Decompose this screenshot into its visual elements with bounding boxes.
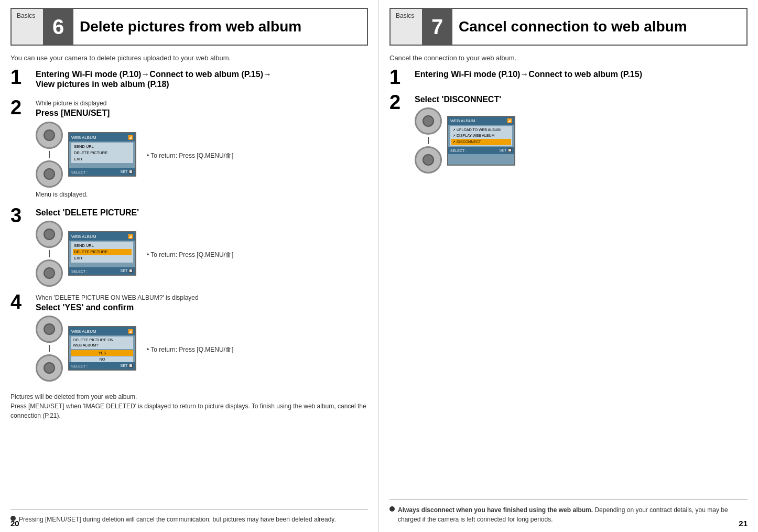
screen3-menu: SEND URL DELETE PICTURE EXIT xyxy=(71,242,133,262)
right-bottom: Always disconnect when you have finished… xyxy=(389,500,748,524)
screen3-bottom: SELECT : SET 🔲 xyxy=(69,267,135,275)
confirm-screen: WEB ALBUM 📶 DELETE PICTURE ONWEB ALBUM? … xyxy=(68,326,136,371)
screen2-menu: SEND URL DELETE PICTURE EXIT xyxy=(71,143,133,163)
right-header: Basics 7 Cancel connection to web album xyxy=(389,8,748,46)
right-bottom-note-bold: Always disconnect when you have finished… xyxy=(398,506,593,514)
step-3-bold: Select 'DELETE PICTURE' xyxy=(36,208,368,218)
disconnect-item: ↗ DISCONNECT xyxy=(451,139,511,145)
after-steps-text: Pictures will be deleted from your web a… xyxy=(10,392,368,420)
disconnect-screen: WEB ALBUM 📶 ↗ UPLOAD TO WEB ALBUM ↗ DISP… xyxy=(447,116,515,166)
step-1-number: 1 xyxy=(10,67,31,87)
right-step-2-number: 2 xyxy=(389,92,410,112)
step-2-content: While picture is displayed Press [MENU/S… xyxy=(36,100,368,200)
right-dial-bottom xyxy=(415,146,442,173)
dial4-bottom xyxy=(36,354,63,382)
right-basics-label: Basics xyxy=(391,9,422,45)
step2-note: To return: Press [Q.MENU/🗑] xyxy=(142,150,233,159)
left-intro: You can use your camera to delete pictur… xyxy=(10,54,368,62)
step-4-number: 4 xyxy=(10,292,31,312)
menu-exit: EXIT xyxy=(73,156,132,162)
menu3-delete-picture: DELETE PICTURE xyxy=(73,249,132,255)
left-step-3: 3 Select 'DELETE PICTURE' WEB ALBUM 📶 SE… xyxy=(10,208,368,287)
dial3-bottom xyxy=(36,259,63,287)
right-page: Basics 7 Cancel connection to web album … xyxy=(379,0,758,532)
step-3-images: WEB ALBUM 📶 SEND URL DELETE PICTURE EXIT… xyxy=(36,221,368,287)
screen-step2: WEB ALBUM 📶 SEND URL DELETE PICTURE EXIT… xyxy=(68,132,136,177)
step-2-images: WEB ALBUM 📶 SEND URL DELETE PICTURE EXIT… xyxy=(36,122,368,188)
step-2-number: 2 xyxy=(10,97,31,117)
left-step-2: 2 While picture is displayed Press [MENU… xyxy=(10,100,368,200)
screen-step3: WEB ALBUM 📶 SEND URL DELETE PICTURE EXIT… xyxy=(68,231,136,276)
confirm-text: DELETE PICTURE ONWEB ALBUM? xyxy=(71,336,133,349)
right-bottom-note-text: Always disconnect when you have finished… xyxy=(398,505,748,524)
confirm-top: WEB ALBUM 📶 xyxy=(69,327,135,335)
display-item: ↗ DISPLAY WEB ALBUM xyxy=(451,133,511,139)
upload-item: ↗ UPLOAD TO WEB ALBUM xyxy=(451,127,511,133)
step-1-content: Entering Wi-Fi mode (P.10)→Connect to we… xyxy=(36,69,368,92)
right-step-1-number: 1 xyxy=(389,67,410,87)
disconnect-top: WEB ALBUM 📶 xyxy=(448,117,514,125)
step-1-label: Entering Wi-Fi mode (P.10)→Connect to we… xyxy=(36,69,368,89)
menu3-exit: EXIT xyxy=(73,255,132,262)
screen3-top: WEB ALBUM 📶 xyxy=(69,232,135,241)
confirm-no: NO xyxy=(71,356,133,362)
dial-bottom xyxy=(36,160,63,188)
step-3-content: Select 'DELETE PICTURE' WEB ALBUM 📶 SEND… xyxy=(36,208,368,287)
left-header: Basics 6 Delete pictures from web album xyxy=(10,8,368,46)
menu3-send-url: SEND URL xyxy=(73,243,132,249)
right-section-title: Cancel connection to web album xyxy=(452,9,746,45)
screen2-bottom: SELECT : SET 🔲 xyxy=(69,168,135,176)
right-step-2-bold: Select 'DISCONNECT' xyxy=(415,94,748,104)
screen2-top: WEB ALBUM 📶 xyxy=(69,133,135,142)
right-bottom-note: Always disconnect when you have finished… xyxy=(389,505,748,524)
right-bullet-icon xyxy=(389,506,395,512)
left-page-number: 20 xyxy=(10,519,19,528)
dial4-top xyxy=(36,316,63,343)
left-section-title: Delete pictures from web album xyxy=(73,9,367,45)
step-2-dials xyxy=(36,122,63,188)
step-3-dials xyxy=(36,221,63,287)
menu-delete-picture: DELETE PICTURE xyxy=(73,150,132,156)
step-4-small: When 'DELETE PICTURE ON WEB ALBUM?' is d… xyxy=(36,294,368,301)
left-bottom-note-text: Pressing [MENU/SET] during deletion will… xyxy=(19,515,336,524)
step4-note: To return: Press [Q.MENU/🗑] xyxy=(142,344,233,353)
right-step-2: 2 Select 'DISCONNECT' WEB ALBUM 📶 ↗ UPLO… xyxy=(389,94,748,173)
confirm-yes: YES xyxy=(71,350,133,356)
left-section-number: 6 xyxy=(43,9,73,45)
menu-send-url: SEND URL xyxy=(73,144,132,150)
dial-top xyxy=(36,122,63,149)
right-step-2-content: Select 'DISCONNECT' WEB ALBUM 📶 ↗ UPLOAD… xyxy=(415,94,748,173)
disconnect-bottom: SELECT : SET 🔲 xyxy=(448,147,514,154)
step-4-images: WEB ALBUM 📶 DELETE PICTURE ONWEB ALBUM? … xyxy=(36,316,368,382)
step-4-bold: Select 'YES' and confirm xyxy=(36,302,368,312)
menu-displayed-text: Menu is displayed. xyxy=(36,191,368,198)
step3-note-text: To return: Press [Q.MENU/🗑] xyxy=(147,251,233,258)
right-dial-top xyxy=(415,107,442,135)
step2-note-text: To return: Press [Q.MENU/🗑] xyxy=(147,152,233,159)
right-step-2-dials xyxy=(415,107,442,173)
left-bottom-note: Pressing [MENU/SET] during deletion will… xyxy=(10,515,368,524)
left-basics-label: Basics xyxy=(12,9,43,45)
step3-note: To return: Press [Q.MENU/🗑] xyxy=(142,249,233,258)
disconnect-menu: ↗ UPLOAD TO WEB ALBUM ↗ DISPLAY WEB ALBU… xyxy=(450,126,512,146)
step-3-number: 3 xyxy=(10,205,31,225)
right-step-1-bold: Entering Wi-Fi mode (P.10)→Connect to we… xyxy=(415,69,748,79)
confirm-bottom: SELECT : SET 🔲 xyxy=(69,362,135,370)
right-step-1: 1 Entering Wi-Fi mode (P.10)→Connect to … xyxy=(389,69,748,87)
step-4-content: When 'DELETE PICTURE ON WEB ALBUM?' is d… xyxy=(36,294,368,382)
step-2-bold: Press [MENU/SET] xyxy=(36,108,368,118)
right-intro: Cancel the connection to your web album. xyxy=(389,54,748,62)
left-step-4: 4 When 'DELETE PICTURE ON WEB ALBUM?' is… xyxy=(10,294,368,382)
left-bottom: Pressing [MENU/SET] during deletion will… xyxy=(10,509,368,524)
right-section-number: 7 xyxy=(422,9,452,45)
step4-note-text: To return: Press [Q.MENU/🗑] xyxy=(147,346,233,353)
dial3-top xyxy=(36,221,63,248)
right-step-2-images: WEB ALBUM 📶 ↗ UPLOAD TO WEB ALBUM ↗ DISP… xyxy=(415,107,748,173)
step-4-dials xyxy=(36,316,63,382)
left-page: Basics 6 Delete pictures from web album … xyxy=(0,0,379,532)
step-2-small: While picture is displayed xyxy=(36,100,368,107)
right-step-1-content: Entering Wi-Fi mode (P.10)→Connect to we… xyxy=(415,69,748,82)
right-page-number: 21 xyxy=(739,519,748,528)
left-step-1: 1 Entering Wi-Fi mode (P.10)→Connect to … xyxy=(10,69,368,92)
